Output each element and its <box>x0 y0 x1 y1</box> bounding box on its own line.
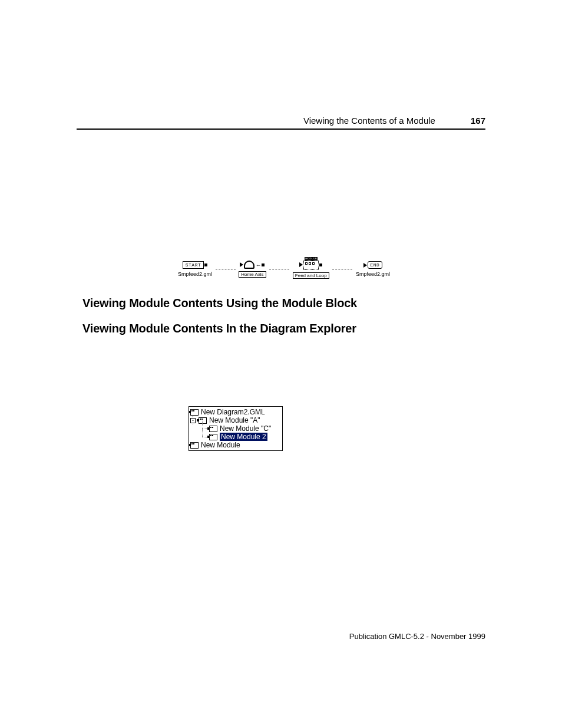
connector <box>332 269 352 269</box>
heading-diagram-explorer: Viewing Module Contents In the Diagram E… <box>82 322 485 335</box>
header-section-title: Viewing the Contents of a Module <box>303 116 435 126</box>
arrow-right-icon <box>363 263 367 268</box>
tree-label-selected: New Module 2 <box>220 433 267 441</box>
module-icon-group: MODULE <box>299 259 322 270</box>
tree-item-module-a[interactable]: - New Module "A" <box>190 416 281 424</box>
tree-item-module-c[interactable]: New Module "C" <box>190 424 281 433</box>
node-end: END Smpfeed2.gml <box>356 261 390 277</box>
node-home-axis: ← Home Axis <box>239 261 266 278</box>
end-box: END <box>368 261 383 269</box>
tree-item-root[interactable]: New Diagram2.GML <box>190 408 281 416</box>
tree-label: New Diagram2.GML <box>201 408 265 416</box>
tree-label: New Module "A" <box>209 416 260 424</box>
home-icon-group: ← <box>240 261 265 269</box>
start-caption: Smpfeed2.gml <box>178 271 212 277</box>
module-tree-icon <box>190 442 199 449</box>
running-header: Viewing the Contents of a Module 167 <box>77 116 485 126</box>
module-icon: MODULE <box>303 259 319 270</box>
start-icon: START <box>183 261 208 269</box>
collapse-icon[interactable]: - <box>190 418 196 423</box>
tree-label: New Module <box>201 441 240 449</box>
connector-square-icon <box>262 263 265 266</box>
dash-icon <box>269 269 289 269</box>
page-number: 167 <box>471 116 485 126</box>
home-caption: Home Axis <box>239 271 266 278</box>
end-caption: Smpfeed2.gml <box>356 271 390 277</box>
module-caption: Feed and Loop <box>293 272 329 279</box>
page: Viewing the Contents of a Module 167 STA… <box>0 0 562 728</box>
arrow-right-icon <box>240 262 243 267</box>
return-arrow-icon: ← <box>255 262 261 268</box>
tree-item-new-module[interactable]: New Module <box>190 441 281 449</box>
tree-label: New Module "C" <box>220 424 271 433</box>
module-tree-icon <box>209 426 217 432</box>
connector <box>269 269 289 269</box>
module-tree-icon <box>209 434 217 440</box>
connector <box>216 269 236 269</box>
module-tree-icon <box>190 409 199 416</box>
tree-item-module-2-selected[interactable]: New Module 2 <box>190 433 281 441</box>
node-start: START Smpfeed2.gml <box>178 261 212 277</box>
diagram-explorer-tree: New Diagram2.GML - New Module "A" New Mo… <box>189 406 283 451</box>
module-tree-icon <box>199 417 207 424</box>
connector-square-icon <box>319 263 322 266</box>
home-icon <box>244 261 254 269</box>
dash-icon <box>216 269 236 269</box>
heading-module-block: Viewing Module Contents Using the Module… <box>82 297 485 310</box>
arrow-right-icon <box>299 262 303 267</box>
dash-icon <box>332 269 352 269</box>
start-box: START <box>183 261 204 269</box>
flow-row: START Smpfeed2.gml ← Home Axis <box>178 259 390 279</box>
publication-footer: Publication GMLC-5.2 - November 1999 <box>349 632 485 641</box>
header-rule <box>77 129 485 130</box>
node-module: MODULE Feed and Loop <box>293 259 329 279</box>
end-icon-group: END <box>363 261 383 269</box>
connector-square-icon <box>204 263 207 266</box>
module-block-diagram: START Smpfeed2.gml ← Home Axis <box>178 259 390 279</box>
content-area: START Smpfeed2.gml ← Home Axis <box>82 141 485 451</box>
